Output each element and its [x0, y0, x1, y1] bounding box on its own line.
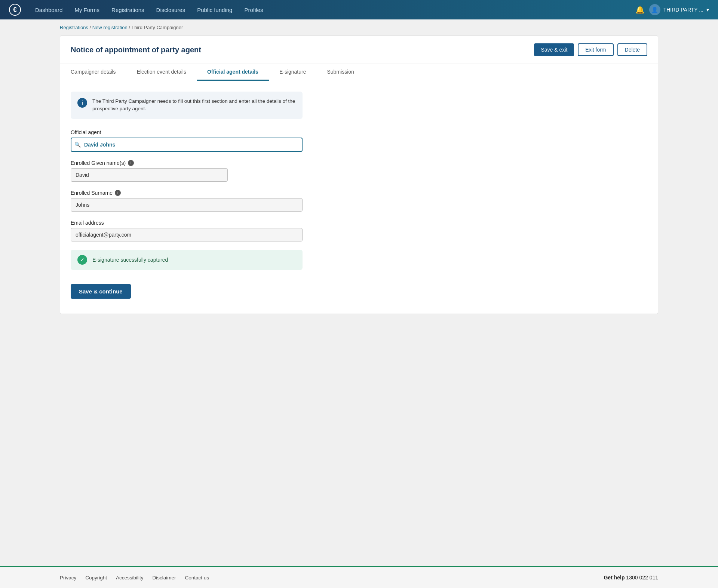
official-agent-field-group: Official agent 🔍: [71, 129, 303, 152]
official-agent-input[interactable]: [71, 138, 303, 152]
user-label: THIRD PARTY ...: [663, 7, 703, 13]
form-header: Notice of appointment of party agent Sav…: [60, 36, 658, 64]
info-box: i The Third Party Campaigner needs to fi…: [71, 92, 303, 119]
email-label: Email address: [71, 220, 303, 226]
footer-links: Privacy Copyright Accessibility Disclaim…: [60, 575, 209, 581]
footer: Privacy Copyright Accessibility Disclaim…: [0, 566, 718, 588]
form-card: Notice of appointment of party agent Sav…: [60, 36, 658, 314]
surname-field-group: Enrolled Surname i: [71, 190, 303, 212]
breadcrumb-new-registration[interactable]: New registration: [92, 25, 128, 30]
tab-submission[interactable]: Submission: [316, 64, 364, 81]
nav-link-public-funding[interactable]: Public funding: [192, 4, 237, 15]
footer-link-disclaimer[interactable]: Disclaimer: [153, 575, 176, 581]
nav-right: 🔔 👤 THIRD PARTY ... ▾: [635, 4, 709, 15]
breadcrumb-current: Third Party Campaigner: [131, 25, 183, 30]
form-tabs: Campaigner details Election event detail…: [60, 64, 658, 81]
user-menu[interactable]: 👤 THIRD PARTY ... ▾: [649, 4, 709, 15]
success-message: E-signature sucessfully captured: [92, 257, 168, 263]
tab-official-agent-details[interactable]: Official agent details: [197, 64, 269, 81]
surname-info-icon[interactable]: i: [115, 190, 121, 196]
avatar: 👤: [649, 4, 660, 15]
nav-link-dashboard[interactable]: Dashboard: [30, 4, 68, 15]
save-continue-button[interactable]: Save & continue: [71, 284, 131, 299]
surname-label: Enrolled Surname i: [71, 190, 303, 196]
official-agent-search-wrap: 🔍: [71, 138, 303, 152]
email-field-group: Email address: [71, 220, 303, 241]
given-names-input[interactable]: [71, 168, 228, 182]
form-body: i The Third Party Campaigner needs to fi…: [60, 81, 658, 314]
official-agent-label: Official agent: [71, 129, 303, 135]
logo-icon[interactable]: €: [9, 4, 21, 16]
info-icon: i: [77, 98, 87, 108]
success-check-icon: ✓: [77, 255, 87, 265]
email-input[interactable]: [71, 228, 303, 241]
delete-button[interactable]: Delete: [617, 43, 647, 56]
footer-link-accessibility[interactable]: Accessibility: [116, 575, 144, 581]
search-icon: 🔍: [74, 142, 81, 148]
footer-help-label: Get help: [604, 575, 625, 581]
form-actions: Save & exit Exit form Delete: [534, 43, 647, 56]
nav-link-disclosures[interactable]: Disclosures: [151, 4, 191, 15]
footer-link-contact-us[interactable]: Contact us: [185, 575, 209, 581]
surname-input[interactable]: [71, 198, 303, 212]
save-exit-button[interactable]: Save & exit: [534, 43, 574, 56]
nav-links: Dashboard My Forms Registrations Disclos…: [30, 4, 635, 15]
form-title: Notice of appointment of party agent: [71, 46, 201, 54]
main-content: Notice of appointment of party agent Sav…: [0, 36, 718, 566]
tab-election-event-details[interactable]: Election event details: [126, 64, 197, 81]
nav-link-my-forms[interactable]: My Forms: [69, 4, 105, 15]
exit-form-button[interactable]: Exit form: [578, 43, 613, 56]
breadcrumb: Registrations / New registration / Third…: [0, 19, 718, 36]
footer-help: Get help 1300 022 011: [604, 575, 658, 581]
footer-link-privacy[interactable]: Privacy: [60, 575, 76, 581]
navigation: € Dashboard My Forms Registrations Discl…: [0, 0, 718, 19]
nav-link-profiles[interactable]: Profiles: [239, 4, 268, 15]
breadcrumb-registrations[interactable]: Registrations: [60, 25, 88, 30]
chevron-down-icon: ▾: [706, 7, 709, 13]
notification-bell-icon[interactable]: 🔔: [635, 5, 645, 14]
footer-help-phone: 1300 022 011: [626, 575, 658, 581]
success-box: ✓ E-signature sucessfully captured: [71, 250, 303, 270]
tab-campaigner-details[interactable]: Campaigner details: [60, 64, 126, 81]
info-text: The Third Party Campaigner needs to fill…: [92, 98, 296, 113]
tab-e-signature[interactable]: E-signature: [269, 64, 317, 81]
given-names-field-group: Enrolled Given name(s) i: [71, 160, 228, 182]
footer-link-copyright[interactable]: Copyright: [85, 575, 107, 581]
nav-link-registrations[interactable]: Registrations: [106, 4, 150, 15]
given-names-info-icon[interactable]: i: [128, 160, 134, 166]
given-names-label: Enrolled Given name(s) i: [71, 160, 228, 166]
